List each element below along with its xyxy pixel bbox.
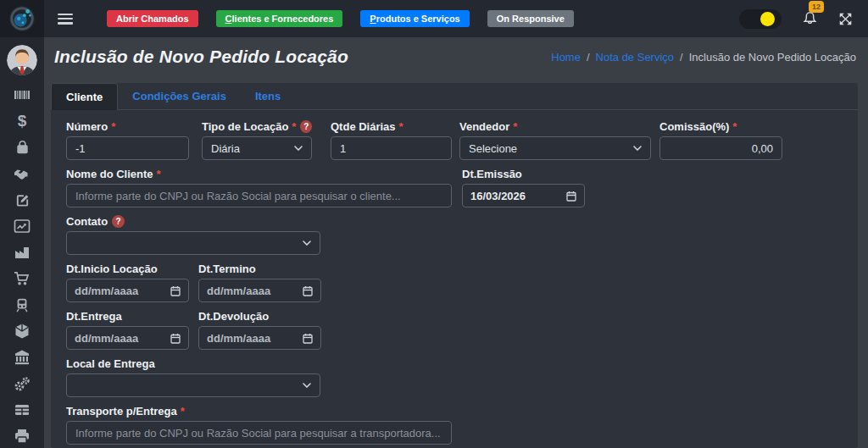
- form-card: Cliente Condições Gerais Itens Número* T…: [51, 83, 858, 448]
- chevron-down-icon: [303, 241, 311, 246]
- help-icon[interactable]: ?: [300, 120, 312, 133]
- notifications-button[interactable]: 12: [802, 8, 818, 29]
- dt-entrega-label: Dt.Entrega: [66, 310, 189, 323]
- breadcrumb-current: Inclusão de Novo Pedido Locação: [689, 51, 856, 64]
- dt-termino-label: Dt.Termino: [198, 263, 321, 275]
- sidebar-icon-editar[interactable]: [12, 191, 32, 208]
- bank-icon: [14, 349, 31, 366]
- qtde-diarias-input[interactable]: [331, 136, 452, 160]
- tab-cliente[interactable]: Cliente: [51, 83, 118, 110]
- chevron-down-icon: [633, 146, 642, 151]
- dt-entrega-input[interactable]: dd/mm/aaaa: [66, 326, 189, 350]
- tab-itens[interactable]: Itens: [241, 83, 295, 109]
- numero-input[interactable]: [66, 136, 189, 160]
- tipo-locacao-value: Diária: [211, 142, 240, 155]
- table-icon: [14, 401, 31, 418]
- calendar-icon[interactable]: [170, 285, 181, 296]
- tipo-locacao-label: Tipo de Locação*?: [202, 120, 312, 133]
- shopping-cart-icon: [14, 270, 31, 287]
- expand-icon: [838, 12, 853, 26]
- notification-badge: 12: [809, 1, 824, 13]
- sidebar-menu: $: [12, 86, 32, 445]
- vendedor-select[interactable]: Selecione: [459, 136, 651, 160]
- required-marker: *: [157, 168, 161, 180]
- logo-icon: [8, 4, 36, 33]
- quick-actions: Abrir Chamados Clientes e Fornecedores P…: [107, 10, 574, 27]
- chart-line-icon: [14, 218, 31, 235]
- transporte-label: Transporte p/Entrega*: [66, 405, 452, 418]
- box-icon: [14, 323, 31, 340]
- sidebar-icon-financeiro[interactable]: $: [12, 113, 32, 130]
- fullscreen-button[interactable]: [838, 12, 853, 26]
- dt-devolucao-placeholder: dd/mm/aaaa: [207, 332, 270, 345]
- tab-condicoes-gerais[interactable]: Condições Gerais: [118, 83, 241, 109]
- calendar-icon[interactable]: [303, 333, 313, 344]
- transporte-input[interactable]: [66, 421, 452, 445]
- abrir-chamados-button[interactable]: Abrir Chamados: [107, 10, 198, 27]
- breadcrumb-home-link[interactable]: Home: [551, 51, 581, 64]
- app-logo[interactable]: [0, 0, 44, 37]
- menu-toggle-icon[interactable]: [58, 14, 73, 25]
- required-marker: *: [399, 120, 403, 133]
- calendar-icon[interactable]: [303, 285, 313, 296]
- tab-panel-cliente: Número* Tipo de Locação*? Diária Qtde Di…: [51, 110, 858, 448]
- required-marker: *: [292, 120, 296, 133]
- clientes-fornecedores-button[interactable]: Clientes e Fornecedores: [216, 10, 343, 27]
- shopping-bag-icon: [14, 139, 31, 156]
- comissao-input[interactable]: [659, 136, 782, 160]
- dt-entrega-placeholder: dd/mm/aaaa: [75, 332, 138, 345]
- dt-emissao-value: 16/03/2026: [470, 190, 526, 202]
- dollar-icon: $: [18, 113, 27, 130]
- breadcrumb-section-link[interactable]: Nota de Serviço: [596, 51, 675, 64]
- calendar-icon[interactable]: [170, 333, 181, 344]
- sidebar-icon-imprimir[interactable]: [12, 428, 32, 445]
- qtde-diarias-label: Qtde Diárias*: [331, 120, 452, 133]
- dt-devolucao-label: Dt.Devolução: [198, 310, 321, 323]
- toggle-knob: [760, 12, 775, 26]
- sidebar-icon-industria[interactable]: [12, 244, 32, 261]
- sidebar-icon-transporte[interactable]: [12, 296, 32, 313]
- sidebar-icon-tabelas[interactable]: [12, 401, 32, 418]
- theme-toggle[interactable]: [739, 9, 782, 29]
- dt-emissao-input[interactable]: 16/03/2026: [462, 184, 585, 207]
- user-avatar[interactable]: [7, 45, 37, 75]
- sidebar: $: [0, 0, 44, 448]
- chevron-down-icon: [294, 146, 303, 151]
- contato-label: Contato?: [66, 215, 320, 228]
- calendar-icon[interactable]: [566, 191, 576, 202]
- page-title: Inclusão de Novo Pedido Locação: [54, 47, 348, 67]
- sidebar-icon-compras[interactable]: [12, 139, 32, 156]
- chevron-down-icon: [303, 383, 311, 388]
- barcode-icon: [14, 86, 31, 103]
- dt-termino-placeholder: dd/mm/aaaa: [207, 285, 270, 297]
- dt-termino-input[interactable]: dd/mm/aaaa: [198, 279, 321, 302]
- sidebar-icon-relatorio-linha[interactable]: [12, 218, 32, 235]
- contato-select[interactable]: [66, 231, 320, 255]
- train-icon: [14, 296, 30, 313]
- produtos-servicos-button[interactable]: Produtos e Serviços: [360, 10, 469, 27]
- comissao-label: Comissão(%)*: [659, 120, 782, 133]
- dt-devolucao-input[interactable]: dd/mm/aaaa: [198, 326, 321, 350]
- sidebar-icon-carrinho[interactable]: [12, 270, 32, 287]
- nome-cliente-input[interactable]: [66, 184, 452, 207]
- handshake-icon: [13, 165, 31, 182]
- help-icon[interactable]: ?: [112, 215, 125, 228]
- sidebar-icon-barcode[interactable]: [12, 86, 32, 103]
- app-root: $: [0, 0, 868, 448]
- tab-bar: Cliente Condições Gerais Itens: [51, 83, 858, 110]
- required-marker: *: [513, 120, 517, 133]
- local-entrega-select[interactable]: [66, 373, 320, 397]
- required-marker: *: [181, 405, 185, 418]
- sidebar-icon-banco[interactable]: [12, 349, 32, 366]
- numero-label: Número*: [66, 120, 189, 133]
- required-marker: *: [111, 120, 115, 133]
- on-responsive-button[interactable]: On Responsive: [487, 10, 574, 27]
- sidebar-icon-negocios[interactable]: [12, 165, 32, 182]
- sidebar-icon-estoque[interactable]: [12, 323, 32, 340]
- tipo-locacao-select[interactable]: Diária: [202, 136, 312, 160]
- breadcrumb: Home / Nota de Serviço / Inclusão de Nov…: [551, 51, 856, 64]
- dt-inicio-input[interactable]: dd/mm/aaaa: [66, 279, 189, 302]
- page-header: Inclusão de Novo Pedido Locação Home / N…: [44, 37, 868, 76]
- breadcrumb-separator: /: [587, 51, 590, 64]
- sidebar-icon-configuracoes[interactable]: [12, 375, 32, 392]
